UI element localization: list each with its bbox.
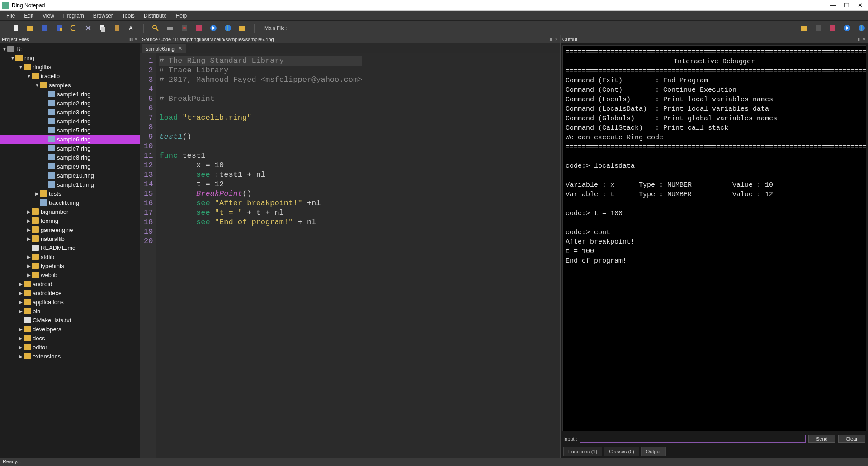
tree-item[interactable]: sample3.ring	[0, 108, 140, 117]
tree-item[interactable]: tracelib.ring	[0, 198, 140, 207]
output-tab[interactable]: Output	[641, 447, 666, 456]
tree-item[interactable]: ▶developers	[0, 325, 140, 334]
maximize-button[interactable]: ☐	[844, 2, 849, 9]
tree-arrow-icon[interactable]: ▶	[18, 309, 24, 314]
tree-item[interactable]: ▶naturallib	[0, 234, 140, 243]
tree-arrow-icon[interactable]: ▶	[26, 209, 32, 214]
tree-arrow-icon[interactable]: ▶	[34, 191, 40, 196]
tree-item[interactable]: ▼samples	[0, 80, 140, 89]
project-tree[interactable]: ▼B:▼ring▼ringlibs▼tracelib▼samples sampl…	[0, 43, 140, 458]
tree-item[interactable]: sample2.ring	[0, 99, 140, 108]
tree-item[interactable]: sample10.ring	[0, 171, 140, 180]
tree-arrow-icon[interactable]: ▼	[26, 74, 32, 79]
code-lines[interactable]: # The Ring Standard Library# Trace Libra…	[156, 53, 366, 458]
run-icon[interactable]	[210, 24, 217, 32]
open-file-icon[interactable]	[27, 24, 34, 32]
tree-item[interactable]: sample4.ring	[0, 117, 140, 126]
tree-item[interactable]: ▶foxring	[0, 216, 140, 225]
tree-item[interactable]: ▼ringlibs	[0, 62, 140, 71]
panel-undock-icon[interactable]: ◧	[129, 37, 133, 42]
tree-arrow-icon[interactable]: ▶	[18, 291, 24, 296]
tree-item[interactable]: README.md	[0, 243, 140, 252]
tree-item[interactable]: CMakeLists.txt	[0, 315, 140, 325]
tree-arrow-icon[interactable]: ▶	[26, 236, 32, 241]
tree-item[interactable]: ▶bin	[0, 306, 140, 315]
tree-item[interactable]: sample8.ring	[0, 153, 140, 162]
menu-edit[interactable]: Edit	[19, 13, 38, 19]
tree-item[interactable]: ▼ring	[0, 53, 140, 62]
open-main-icon[interactable]	[800, 24, 807, 32]
close-button[interactable]: ✕	[858, 2, 863, 9]
tree-item[interactable]: sample1.ring	[0, 89, 140, 99]
tree-item[interactable]: sample5.ring	[0, 126, 140, 135]
copy-icon[interactable]	[99, 24, 106, 32]
panel-undock-icon[interactable]: ◧	[858, 37, 862, 42]
find-icon[interactable]	[152, 24, 159, 32]
save-file-icon[interactable]	[41, 24, 48, 32]
output-input[interactable]	[580, 435, 806, 443]
tree-arrow-icon[interactable]: ▶	[26, 218, 32, 223]
panel-close-icon[interactable]: ✕	[863, 37, 866, 42]
tree-item[interactable]: ▶bignumber	[0, 207, 140, 216]
tree-arrow-icon[interactable]: ▼	[2, 47, 7, 52]
tree-item[interactable]: ▶gameengine	[0, 225, 140, 234]
tree-arrow-icon[interactable]: ▼	[10, 56, 15, 61]
tree-arrow-icon[interactable]: ▶	[18, 327, 24, 332]
run-web-icon[interactable]	[224, 24, 231, 32]
tree-arrow-icon[interactable]: ▶	[18, 282, 24, 287]
tree-item[interactable]: ▶typehints	[0, 261, 140, 270]
tree-arrow-icon[interactable]: ▶	[18, 336, 24, 341]
output-console[interactable]: ========================================…	[562, 45, 866, 431]
tree-item[interactable]: ▶androidexe	[0, 288, 140, 297]
tree-item[interactable]: sample9.ring	[0, 162, 140, 171]
menu-program[interactable]: Program	[59, 13, 89, 19]
minimize-button[interactable]: —	[830, 2, 836, 9]
debug-icon[interactable]	[181, 24, 188, 32]
tree-arrow-icon[interactable]: ▶	[26, 264, 32, 268]
print-icon[interactable]	[166, 24, 174, 32]
tree-item[interactable]: sample11.ring	[0, 180, 140, 189]
tree-arrow-icon[interactable]: ▶	[18, 354, 24, 359]
editor-tab[interactable]: sample6.ring ✕	[142, 44, 186, 53]
run-nogui-icon[interactable]	[195, 24, 203, 32]
close-tab-icon[interactable]: ✕	[178, 46, 182, 52]
tree-arrow-icon[interactable]: ▶	[26, 273, 32, 278]
font-icon[interactable]: A	[128, 24, 135, 32]
tree-arrow-icon[interactable]: ▶	[18, 300, 24, 305]
output-tab[interactable]: Classes (0)	[604, 447, 639, 456]
menu-tools[interactable]: Tools	[118, 13, 139, 19]
tree-item[interactable]: ▶extensions	[0, 352, 140, 361]
code-editor[interactable]: 1234567891011121314151617181920 # The Ri…	[140, 53, 560, 458]
tree-item[interactable]: ▶applications	[0, 297, 140, 306]
menu-distribute[interactable]: Distribute	[139, 13, 171, 19]
tree-item[interactable]: ▶weblib	[0, 270, 140, 279]
tree-arrow-icon[interactable]: ▶	[18, 345, 24, 350]
menu-browser[interactable]: Browser	[89, 13, 118, 19]
tree-arrow-icon[interactable]: ▶	[26, 254, 32, 259]
tree-item[interactable]: ▶tests	[0, 189, 140, 198]
run-main-nogui-icon[interactable]	[829, 24, 836, 32]
menu-file[interactable]: File	[2, 13, 19, 19]
clear-button[interactable]: Clear	[838, 435, 865, 443]
paste-icon[interactable]	[113, 24, 121, 32]
tree-item[interactable]: sample6.ring	[0, 135, 140, 144]
send-button[interactable]: Send	[808, 435, 835, 443]
tree-item[interactable]: ▶stdlib	[0, 252, 140, 261]
menu-help[interactable]: Help	[171, 13, 192, 19]
panel-close-icon[interactable]: ✕	[555, 37, 558, 42]
tree-item[interactable]: ▶docs	[0, 334, 140, 343]
cut-icon[interactable]	[85, 24, 92, 32]
tree-item[interactable]: ▼B:	[0, 44, 140, 53]
tree-item[interactable]: ▶editor	[0, 343, 140, 352]
output-tab[interactable]: Functions (1)	[563, 447, 602, 456]
open-folder-icon[interactable]	[239, 24, 246, 32]
menu-view[interactable]: View	[38, 13, 59, 19]
save-as-icon[interactable]	[56, 24, 63, 32]
panel-close-icon[interactable]: ✕	[134, 37, 138, 42]
tree-item[interactable]: ▼tracelib	[0, 71, 140, 80]
tree-arrow-icon[interactable]: ▶	[26, 227, 32, 232]
panel-undock-icon[interactable]: ◧	[550, 37, 554, 42]
tree-arrow-icon[interactable]: ▼	[34, 83, 40, 88]
run-main-icon[interactable]	[844, 24, 851, 32]
tree-arrow-icon[interactable]: ▼	[18, 65, 24, 70]
